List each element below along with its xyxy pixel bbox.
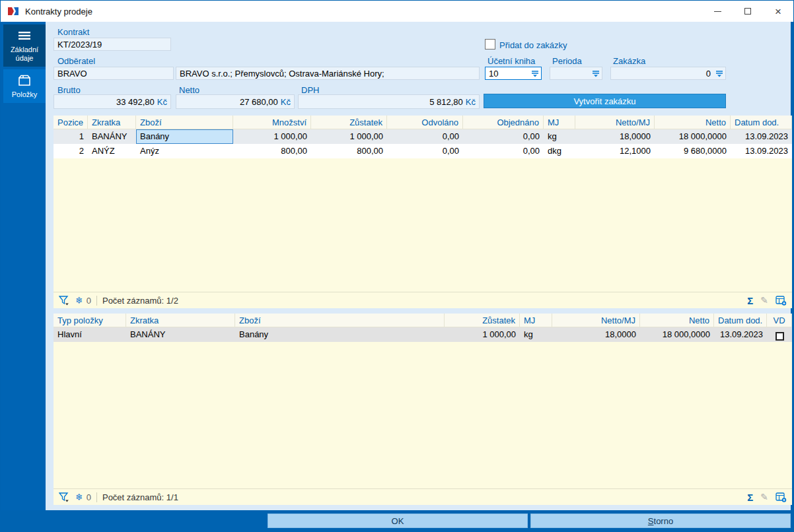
column-header[interactable]: Zboží: [136, 116, 233, 129]
sum-icon[interactable]: Σ: [747, 492, 753, 502]
filter-icon[interactable]: [59, 296, 69, 306]
column-header[interactable]: MJ: [544, 116, 575, 129]
zakazka-value: 0: [614, 69, 711, 79]
ucetni-kniha-combo[interactable]: 10: [485, 67, 542, 80]
table-cell[interactable]: 0,00: [463, 144, 544, 158]
table-cell[interactable]: Hlavní: [54, 327, 126, 342]
table-row[interactable]: 2 ANÝZ Anýz 800,00 800,00 0,00 0,00 dkg …: [54, 144, 792, 158]
table-cell[interactable]: 9 680,0000: [655, 144, 731, 158]
table-cell[interactable]: BANÁNY: [88, 129, 136, 144]
column-header[interactable]: Zkratka: [126, 314, 235, 327]
column-header[interactable]: Objednáno: [463, 116, 544, 129]
table-cell[interactable]: 18 000,0000: [640, 327, 714, 342]
column-header[interactable]: Datum dod.: [714, 314, 767, 327]
table-settings-icon[interactable]: [776, 492, 787, 502]
column-header[interactable]: Netto: [655, 116, 731, 129]
table-cell[interactable]: 0,00: [387, 129, 463, 144]
filter-icon[interactable]: [59, 492, 69, 502]
record-count: Počet záznamů: 1/1: [102, 492, 178, 502]
column-header[interactable]: Pozice: [54, 116, 88, 129]
table-cell-selected[interactable]: Banány: [136, 129, 233, 144]
column-header[interactable]: Zůstatek: [311, 116, 387, 129]
close-icon: ×: [775, 6, 781, 17]
table-cell[interactable]: Banány: [235, 327, 445, 342]
table-cell[interactable]: 0,00: [463, 129, 544, 144]
table-cell[interactable]: ANÝZ: [88, 144, 136, 158]
table-row[interactable]: Hlavní BANÁNY Banány 1 000,00 kg 18,0000…: [54, 327, 792, 342]
table-cell[interactable]: kg: [544, 129, 575, 144]
table-row[interactable]: 1 BANÁNY Banány 1 000,00 1 000,00 0,00 0…: [54, 129, 792, 144]
minimize-button[interactable]: [702, 1, 733, 22]
dropdown-icon[interactable]: [531, 70, 539, 77]
close-button[interactable]: ×: [763, 1, 793, 22]
column-header[interactable]: VD: [767, 314, 792, 327]
table-cell[interactable]: 800,00: [311, 144, 387, 158]
column-header[interactable]: Netto/MJ: [575, 116, 655, 129]
netto-field: 27 680,00 Kč: [176, 94, 295, 109]
pridat-do-zakazky-checkbox[interactable]: [485, 39, 495, 50]
sidebar-item-zakladni-udaje[interactable]: Základní údaje: [3, 24, 46, 67]
items-table-header: Pozice Zkratka Zboží Množství Zůstatek O…: [54, 116, 792, 129]
odberatel-code-field[interactable]: BRAVO: [54, 67, 174, 80]
column-header[interactable]: Zboží: [235, 314, 445, 327]
storno-button[interactable]: Storno: [530, 514, 791, 528]
sum-icon[interactable]: Σ: [747, 296, 753, 306]
column-header[interactable]: Datum dod.: [731, 116, 792, 129]
table-cell[interactable]: 2: [54, 144, 88, 158]
odberatel-name-field[interactable]: BRAVO s.r.o.; Přemyslovců; Ostrava-Mariá…: [176, 67, 480, 80]
kontrakt-field[interactable]: KT/2023/19: [54, 38, 171, 51]
column-header[interactable]: Typ položky: [54, 314, 126, 327]
table-cell[interactable]: kg: [520, 327, 552, 342]
column-header[interactable]: Odvoláno: [387, 116, 463, 129]
table-cell[interactable]: 1 000,00: [311, 129, 387, 144]
ucetni-kniha-label: Účetní kniha: [487, 56, 535, 66]
table-settings-icon[interactable]: [776, 296, 787, 306]
basic-data-form: Kontrakt KT/2023/19 Přidat do zakázky Od…: [46, 22, 791, 116]
vd-checkbox[interactable]: [776, 332, 784, 341]
titlebar[interactable]: Kontrakty prodeje ×: [1, 1, 793, 22]
table-cell[interactable]: 1 000,00: [445, 327, 520, 342]
column-header[interactable]: Netto/MJ: [552, 314, 640, 327]
table-empty-area: [54, 158, 792, 292]
column-header[interactable]: Netto: [640, 314, 714, 327]
column-header[interactable]: Zkratka: [88, 116, 136, 129]
edit-icon[interactable]: ✎: [760, 492, 768, 502]
table-cell[interactable]: 18,0000: [552, 327, 640, 342]
dropdown-icon[interactable]: [715, 70, 723, 77]
footer-bar: OK Storno: [1, 510, 793, 531]
snowflake-icon: ❄: [75, 296, 83, 305]
column-header[interactable]: Množství: [233, 116, 311, 129]
maximize-button[interactable]: [733, 1, 763, 22]
odberatel-label: Odběratel: [57, 56, 95, 66]
brutto-value: 33 492,80: [116, 97, 155, 107]
zakazka-label: Zakázka: [613, 56, 645, 66]
table-cell[interactable]: 18,0000: [575, 129, 655, 144]
table-cell[interactable]: BANÁNY: [126, 327, 235, 342]
ok-button[interactable]: OK: [268, 514, 528, 528]
column-header[interactable]: MJ: [520, 314, 552, 327]
table-cell[interactable]: [767, 327, 792, 342]
table-cell[interactable]: 0,00: [387, 144, 463, 158]
table-cell[interactable]: 1 000,00: [233, 129, 311, 144]
table-cell[interactable]: dkg: [544, 144, 575, 158]
table-cell[interactable]: 800,00: [233, 144, 311, 158]
table-cell[interactable]: 13.09.2023: [731, 129, 792, 144]
dropdown-icon[interactable]: [592, 70, 600, 77]
contract-items-table: Pozice Zkratka Zboží Množství Zůstatek O…: [54, 116, 792, 308]
vytvorit-zakazku-button[interactable]: Vytvořit zakázku: [484, 94, 726, 108]
record-count: Počet záznamů: 1/2: [102, 296, 178, 306]
table-cell[interactable]: Anýz: [136, 144, 233, 158]
perioda-combo[interactable]: [550, 67, 602, 80]
table-cell[interactable]: 12,1000: [575, 144, 655, 158]
table-cell[interactable]: 13.09.2023: [714, 327, 767, 342]
table-cell[interactable]: 13.09.2023: [731, 144, 792, 158]
table-cell[interactable]: 18 000,0000: [655, 129, 731, 144]
sidebar-item-polozky[interactable]: Položky: [3, 69, 46, 103]
frozen-rows-count: 0: [87, 492, 91, 502]
table-cell[interactable]: 1: [54, 129, 88, 144]
column-header[interactable]: Zůstatek: [445, 314, 520, 327]
app-icon: [7, 6, 19, 17]
menu-icon: [18, 29, 30, 42]
zakazka-combo[interactable]: 0: [610, 67, 726, 80]
edit-icon[interactable]: ✎: [760, 296, 768, 305]
